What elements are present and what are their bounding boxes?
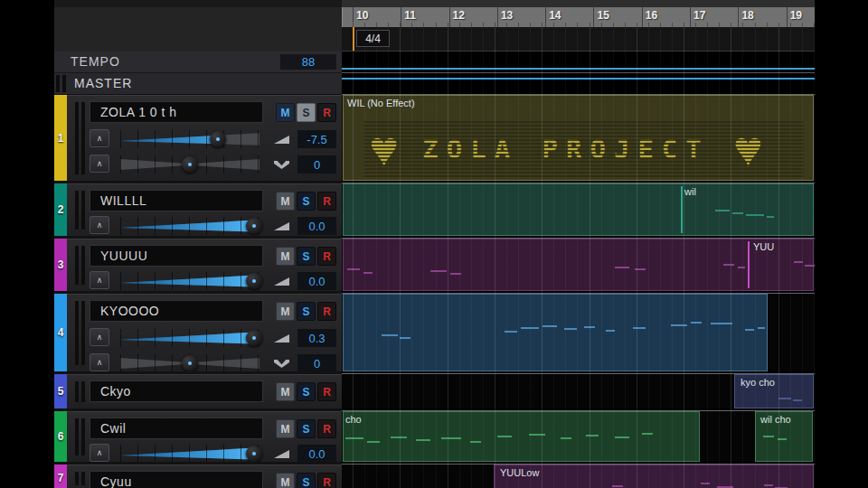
track-name-input[interactable]: KYOOOO	[90, 300, 263, 322]
drag-handle-icon[interactable]	[75, 381, 87, 402]
track-name-input[interactable]: ZOLA 1 0 t h	[90, 101, 263, 123]
track-name-input[interactable]: Ckyo	[90, 380, 263, 402]
automation-caret-button[interactable]: ∧	[90, 129, 109, 147]
volume-slider[interactable]	[120, 215, 259, 236]
track-number: 4	[54, 326, 67, 339]
record-button[interactable]: R	[317, 192, 336, 211]
clip[interactable]: wil	[343, 183, 814, 236]
drag-handle-icon[interactable]	[75, 301, 87, 365]
track-row-7: 7CyuuMSR	[54, 465, 342, 488]
mute-button[interactable]: M	[276, 302, 295, 321]
volume-value[interactable]: 0.0	[297, 445, 336, 462]
track-name-input[interactable]: Cwil	[90, 418, 263, 439]
playhead-marker[interactable]	[353, 27, 354, 51]
record-button[interactable]: R	[317, 247, 336, 266]
automation-caret-button[interactable]: ∧	[90, 155, 109, 173]
volume-knob[interactable]	[246, 218, 262, 234]
tempo-lane[interactable]	[342, 51, 815, 72]
measure-label: 19	[790, 9, 802, 22]
volume-slider[interactable]	[120, 128, 259, 150]
record-button[interactable]: R	[317, 419, 336, 438]
volume-row: ∧0.0	[90, 443, 336, 462]
master-label: MASTER	[74, 76, 132, 90]
volume-slider[interactable]	[120, 443, 259, 462]
track-name-input[interactable]: WILLLL	[90, 190, 263, 211]
clip[interactable]	[343, 294, 768, 371]
solo-button[interactable]: S	[297, 192, 316, 211]
pan-knob[interactable]	[182, 156, 198, 173]
clip[interactable]: wil cho	[755, 411, 813, 462]
note	[400, 337, 410, 339]
volume-icon	[274, 334, 289, 343]
drag-handle-icon[interactable]	[75, 246, 87, 285]
volume-value[interactable]: 0.0	[297, 217, 336, 235]
pan-knob[interactable]	[182, 355, 198, 371]
automation-caret-button[interactable]: ∧	[90, 271, 109, 289]
volume-knob[interactable]	[246, 330, 262, 346]
note	[529, 434, 545, 436]
track-name-input[interactable]: Cyuu	[90, 471, 263, 488]
clip[interactable]: cho	[343, 411, 700, 462]
master-volume-lane[interactable]	[342, 72, 815, 94]
mute-button[interactable]: M	[276, 192, 295, 211]
volume-knob[interactable]	[246, 273, 262, 289]
pan-value[interactable]: 0	[297, 155, 336, 174]
note	[367, 441, 380, 443]
clip[interactable]: WIL (No Effect)♥ZOLA PROJECT♥	[343, 95, 814, 181]
time-signature-row[interactable]: 4/4	[342, 27, 815, 51]
msr-button-group: MSR	[276, 103, 336, 122]
drag-handle-icon[interactable]	[75, 418, 87, 455]
solo-button[interactable]: S	[297, 103, 316, 122]
record-button[interactable]: R	[317, 302, 336, 321]
automation-caret-button[interactable]: ∧	[90, 444, 109, 462]
solo-button[interactable]: S	[297, 382, 316, 401]
mute-button[interactable]: M	[276, 419, 295, 438]
volume-slider[interactable]	[120, 327, 259, 349]
mute-button[interactable]: M	[276, 247, 295, 266]
tempo-value[interactable]: 88	[280, 54, 336, 70]
automation-caret-button[interactable]: ∧	[90, 216, 109, 234]
volume-slider[interactable]	[120, 270, 259, 291]
drag-handle-icon[interactable]	[75, 102, 87, 174]
track-number: 5	[54, 385, 67, 398]
record-button[interactable]: R	[317, 103, 336, 122]
volume-value[interactable]: 0.0	[297, 272, 336, 290]
note	[763, 436, 774, 437]
volume-value[interactable]: -7.5	[297, 130, 336, 148]
automation-caret-button[interactable]: ∧	[90, 353, 109, 371]
clip-label: wil	[684, 186, 696, 197]
note	[723, 264, 734, 266]
drag-handle-icon[interactable]	[75, 191, 87, 230]
drag-handle-icon[interactable]	[56, 75, 67, 92]
solo-button[interactable]: S	[297, 302, 316, 321]
clip[interactable]: YUU	[343, 239, 814, 291]
solo-button[interactable]: S	[297, 419, 316, 438]
master-row[interactable]: MASTER	[54, 73, 342, 95]
tempo-curve[interactable]	[342, 68, 815, 70]
automation-caret-button[interactable]: ∧	[90, 328, 109, 346]
pan-slider[interactable]	[120, 154, 259, 175]
time-signature[interactable]: 4/4	[356, 30, 390, 47]
volume-row: ∧0.0	[90, 215, 336, 236]
pan-value[interactable]: 0	[297, 354, 336, 371]
clip[interactable]: YUULow	[494, 465, 814, 488]
drag-handle-icon[interactable]	[75, 472, 87, 485]
note	[416, 439, 430, 441]
mute-button[interactable]: M	[276, 382, 295, 401]
mute-button[interactable]: M	[276, 103, 295, 122]
solo-button[interactable]: S	[297, 473, 316, 488]
clip[interactable]: kyo cho	[734, 374, 814, 408]
master-volume-curve[interactable]	[342, 78, 815, 80]
solo-button[interactable]: S	[297, 247, 316, 266]
volume-knob[interactable]	[210, 131, 226, 147]
record-button[interactable]: R	[317, 382, 336, 401]
msr-button-group: MSR	[276, 419, 336, 438]
mute-button[interactable]: M	[276, 473, 295, 488]
pan-slider[interactable]	[120, 352, 259, 371]
record-button[interactable]: R	[317, 473, 336, 488]
volume-knob[interactable]	[246, 446, 262, 462]
track-name-input[interactable]: YUUUU	[90, 245, 263, 267]
volume-icon	[274, 450, 289, 458]
timeline-ruler[interactable]: 10111213141516171819	[342, 7, 815, 27]
volume-value[interactable]: 0.3	[297, 329, 336, 347]
